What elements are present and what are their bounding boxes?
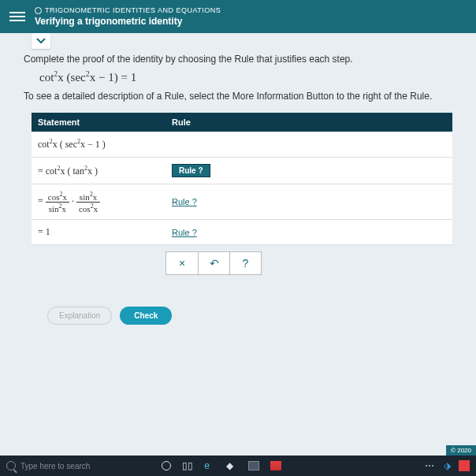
dropbox-icon[interactable]: ⬗ <box>444 460 451 471</box>
table-row: cot2x ( sec2x − 1 ) <box>32 132 452 158</box>
check-button[interactable]: Check <box>120 307 172 325</box>
rule-cell: Rule ? <box>165 221 276 244</box>
rule-cell <box>165 138 276 151</box>
close-button[interactable]: × <box>166 252 198 274</box>
taskbar-right: ⋯ ⬗ <box>425 460 470 471</box>
statement-cell: = cot2x ( tan2x ) <box>32 158 165 184</box>
undo-button[interactable]: ↶ <box>198 252 229 274</box>
table-row: = cot2x ( tan2x ) Rule ? <box>32 158 452 184</box>
topic-title: Verifying a trigonometric identity <box>35 16 221 27</box>
search-icon <box>6 461 16 470</box>
rule-dropdown[interactable]: Rule ? <box>172 164 210 177</box>
statement-cell: cot2x ( sec2x − 1 ) <box>32 132 165 157</box>
taskbar-search[interactable]: Type here to search <box>6 461 90 470</box>
collapse-button[interactable] <box>32 33 50 49</box>
whiteboard-icon[interactable] <box>248 461 259 470</box>
explanation-button[interactable]: Explanation <box>47 307 112 325</box>
statement-cell: = cos2xsin2x · sin2xcos2x <box>32 184 165 219</box>
header-titles: TRIGONOMETRIC IDENTITIES AND EQUATIONS V… <box>35 6 221 27</box>
copyright-badge: © 2020 <box>446 445 476 456</box>
table-header: Statement Rule <box>32 113 452 132</box>
search-placeholder: Type here to search <box>20 462 90 470</box>
edge-icon[interactable]: e <box>204 460 215 471</box>
header-rule: Rule <box>165 113 276 132</box>
content-area: Complete the proof of the identity by ch… <box>0 49 476 333</box>
table-row: = cos2xsin2x · sin2xcos2x Rule ? <box>32 184 452 220</box>
help-button[interactable]: ? <box>229 252 261 274</box>
taskbar-center: ▯▯ e ◆ <box>162 460 281 471</box>
category-label: TRIGONOMETRIC IDENTITIES AND EQUATIONS <box>45 6 221 14</box>
sub-instruction: To see a detailed description of a Rule,… <box>24 91 452 102</box>
instruction-text: Complete the proof of the identity by ch… <box>24 54 452 65</box>
app-red-icon[interactable] <box>459 460 470 471</box>
rule-cell: Rule ? <box>165 158 276 184</box>
tray-icon[interactable]: ⋯ <box>425 460 436 471</box>
statement-cell: = 1 <box>32 220 165 244</box>
chevron-down-icon <box>36 38 46 44</box>
task-view-icon[interactable]: ▯▯ <box>182 460 193 471</box>
app-icon[interactable]: ◆ <box>226 460 237 471</box>
bottom-buttons: Explanation Check <box>47 307 452 325</box>
proof-table: Statement Rule cot2x ( sec2x − 1 ) = cot… <box>32 113 452 245</box>
category-radio-icon <box>35 7 42 14</box>
rule-link[interactable]: Rule ? <box>172 228 197 237</box>
header-statement: Statement <box>32 113 165 132</box>
rule-link[interactable]: Rule ? <box>172 197 197 206</box>
taskbar: Type here to search ▯▯ e ◆ ⋯ ⬗ <box>0 456 476 476</box>
menu-icon[interactable] <box>9 9 25 24</box>
table-row: = 1 Rule ? <box>32 220 452 245</box>
page-header: TRIGONOMETRIC IDENTITIES AND EQUATIONS V… <box>0 0 476 33</box>
identity-equation: cot2x (sec2x − 1) = 1 <box>39 69 452 84</box>
store-icon[interactable] <box>270 461 281 470</box>
cortana-icon[interactable] <box>162 461 171 470</box>
action-toolbar: × ↶ ? <box>165 251 262 275</box>
rule-cell: Rule ? <box>165 190 276 214</box>
